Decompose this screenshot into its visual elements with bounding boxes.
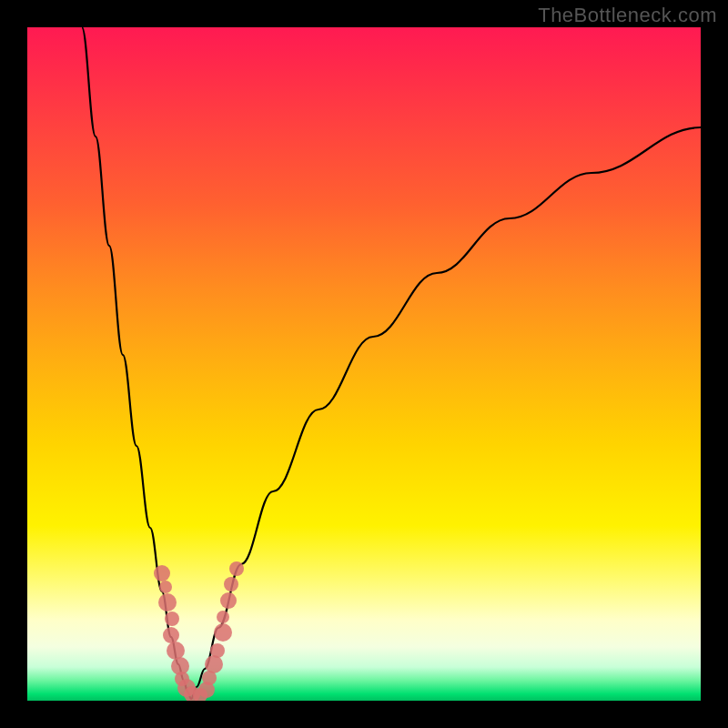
scatter-dot xyxy=(220,592,237,609)
scatter-dot xyxy=(163,627,179,643)
chart-svg xyxy=(27,27,701,701)
scatter-dot xyxy=(210,643,225,658)
scatter-dot xyxy=(158,593,177,612)
scatter-dot xyxy=(159,581,172,593)
scatter-dot xyxy=(165,612,179,626)
watermark-text: TheBottleneck.com xyxy=(538,4,717,27)
scatter-dot xyxy=(214,623,232,642)
scatter-dot xyxy=(217,611,229,623)
plot-area xyxy=(27,27,701,701)
scatter-dot xyxy=(167,642,185,660)
scatter-dot xyxy=(205,655,223,673)
curve-right-branch xyxy=(191,127,701,699)
scatter-dot xyxy=(229,561,244,576)
outer-frame: TheBottleneck.com xyxy=(0,0,728,728)
scatter-dot xyxy=(154,565,170,581)
scatter-dot xyxy=(224,577,238,592)
scatter-group xyxy=(154,561,244,701)
